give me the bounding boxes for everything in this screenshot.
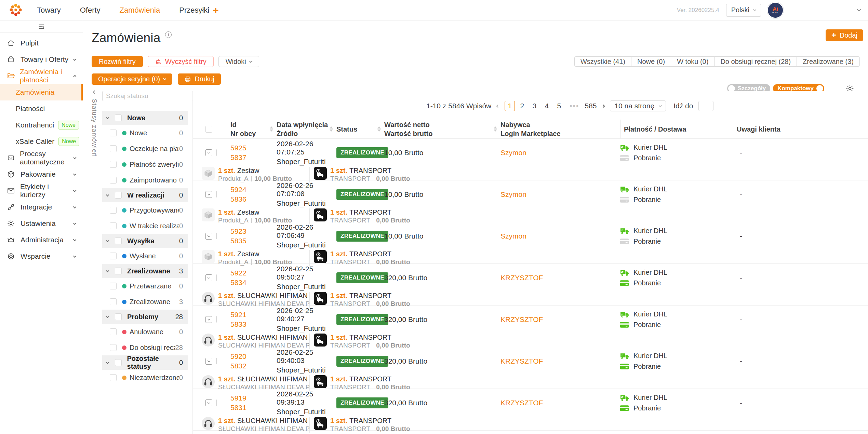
chevron-down-icon[interactable] (106, 269, 109, 272)
prev-page-icon[interactable] (496, 104, 500, 108)
topnav-item[interactable]: Oferty (80, 6, 101, 15)
status-item-checkbox[interactable] (110, 161, 117, 168)
expand-row-button[interactable] (205, 274, 212, 281)
print-button[interactable]: Drukuj (178, 73, 221, 85)
column-header-value[interactable]: Wartość nettoWartość brutto (384, 120, 500, 138)
user-avatar[interactable]: Ai xSALE (768, 3, 783, 18)
foreign-id-link[interactable]: 5832 (230, 362, 277, 370)
row-checkbox[interactable] (216, 274, 217, 281)
sidebar-item[interactable]: Ustawienia (0, 215, 83, 232)
buyer-link[interactable]: Szymon (500, 190, 526, 198)
sidebar-item[interactable]: Wsparcie (0, 248, 83, 265)
order-id-link[interactable]: 5921 (230, 311, 277, 319)
buyer-link[interactable]: KRZYSZTOF (500, 274, 543, 282)
page-number-button[interactable]: 4 (542, 101, 552, 111)
sidebar-item[interactable]: Kontrahenci Nowe (0, 117, 83, 133)
status-group-checkbox[interactable] (115, 313, 122, 320)
status-item[interactable]: Przetwarzane 0 (102, 278, 188, 294)
status-group-checkbox[interactable] (115, 359, 122, 366)
status-group-header[interactable]: Nowe 0 (102, 111, 188, 125)
status-item[interactable]: Wysłane 0 (102, 248, 188, 264)
buyer-link[interactable]: KRZYSZTOF (500, 357, 543, 365)
orders-filter-tab[interactable]: Wszystkie (41) (574, 56, 631, 67)
last-page-button[interactable]: 585 (585, 101, 597, 111)
status-item-checkbox[interactable] (110, 177, 117, 184)
row-checkbox[interactable] (216, 358, 217, 364)
status-item-checkbox[interactable] (110, 222, 117, 229)
status-item[interactable]: Nowe 0 (102, 125, 188, 141)
status-item-checkbox[interactable] (110, 328, 117, 335)
expand-row-button[interactable] (205, 233, 212, 240)
chevron-down-icon[interactable] (106, 193, 109, 196)
column-header-date[interactable]: Data wpłynięciaŹródło (277, 120, 336, 138)
foreign-id-link[interactable]: 5835 (230, 237, 277, 245)
status-group-header[interactable]: Zrealizowane 3 (102, 264, 188, 278)
status-item[interactable]: Anulowane 0 (102, 324, 188, 340)
status-group-header[interactable]: Problemy 28 (102, 310, 188, 324)
sidebar-item[interactable]: Płatności (0, 100, 83, 117)
status-group-checkbox[interactable] (115, 238, 122, 244)
order-id-link[interactable]: 5922 (230, 269, 277, 277)
foreign-id-link[interactable]: 5837 (230, 153, 277, 162)
status-item-checkbox[interactable] (110, 130, 117, 136)
pagination-ellipsis[interactable]: ••• (570, 102, 579, 110)
orders-filter-tab[interactable]: Zrealizowane (3) (797, 56, 860, 67)
info-icon[interactable]: i (165, 31, 172, 38)
row-checkbox[interactable] (216, 399, 217, 406)
status-item[interactable]: Zrealizowane 3 (102, 294, 188, 310)
status-item-checkbox[interactable] (110, 344, 117, 351)
column-header-status[interactable]: Status (336, 120, 384, 138)
sidebar-item[interactable]: Zamówienia i płatności (0, 68, 83, 84)
clear-filters-button[interactable]: Wyczyść filtry (148, 56, 214, 67)
sidebar-item[interactable]: Towary i Oferty (0, 51, 83, 68)
page-number-button[interactable]: 2 (517, 101, 527, 111)
next-page-icon[interactable] (602, 104, 605, 108)
page-number-button[interactable]: 1 (505, 101, 515, 111)
status-item[interactable]: Oczekuje na płatność 0 (102, 141, 188, 157)
foreign-id-link[interactable]: 5834 (230, 279, 277, 287)
status-group-checkbox[interactable] (115, 114, 122, 121)
sort-icon[interactable] (377, 126, 381, 132)
select-all-checkbox[interactable] (205, 126, 212, 133)
status-group-checkbox[interactable] (115, 192, 122, 199)
status-item[interactable]: Zaimportowano do ERP 0 (102, 172, 188, 188)
expand-filters-button[interactable]: Rozwiń filtry (92, 56, 143, 67)
status-item-checkbox[interactable] (110, 207, 117, 214)
status-item[interactable]: Niezatwierdzone (Allegro) 0 (102, 370, 188, 385)
row-checkbox[interactable] (216, 149, 217, 156)
status-item-checkbox[interactable] (110, 145, 117, 152)
expand-row-button[interactable] (205, 399, 212, 406)
status-item[interactable]: W trakcie realizacji 0 (102, 218, 188, 234)
status-item-checkbox[interactable] (110, 298, 117, 305)
status-group-checkbox[interactable] (115, 268, 122, 274)
buyer-link[interactable]: KRZYSZTOF (500, 399, 543, 407)
order-id-link[interactable]: 5924 (230, 186, 277, 194)
status-group-header[interactable]: Wysyłka 0 (102, 234, 188, 248)
serial-operations-dropdown[interactable]: Operacje seryjne (0) (92, 73, 172, 85)
status-item-checkbox[interactable] (110, 253, 117, 259)
status-item-checkbox[interactable] (110, 374, 117, 381)
orders-filter-tab[interactable]: Do obsługi ręcznej (28) (714, 56, 797, 67)
status-search-input[interactable] (102, 91, 193, 101)
row-checkbox[interactable] (216, 233, 217, 239)
expand-row-button[interactable] (205, 316, 212, 323)
status-group-header[interactable]: W realizacji 0 (102, 188, 188, 202)
chevron-down-icon[interactable] (106, 315, 109, 318)
expand-row-button[interactable] (205, 191, 212, 198)
sidebar-item[interactable]: Pakowanie (0, 166, 83, 182)
column-header-buyer[interactable]: NabywcaLogin Marketplace (500, 120, 620, 138)
orders-filter-tab[interactable]: Nowe (0) (631, 56, 671, 67)
sidebar-collapse-button[interactable] (0, 21, 83, 33)
status-item[interactable]: Płatność zweryfikowana 0 (102, 157, 188, 172)
collapse-status-panel-icon[interactable] (93, 91, 96, 94)
foreign-id-link[interactable]: 5831 (230, 404, 277, 412)
chevron-down-icon[interactable] (106, 361, 109, 364)
chevron-down-icon[interactable] (106, 116, 109, 119)
foreign-id-link[interactable]: 5833 (230, 320, 277, 328)
buyer-link[interactable]: KRZYSZTOF (500, 315, 543, 323)
row-checkbox[interactable] (216, 316, 217, 323)
column-header-id[interactable]: IdNr obcy (230, 120, 277, 138)
expand-row-button[interactable] (205, 358, 212, 365)
sort-icon[interactable] (494, 126, 497, 132)
order-id-link[interactable]: 5925 (230, 144, 277, 152)
